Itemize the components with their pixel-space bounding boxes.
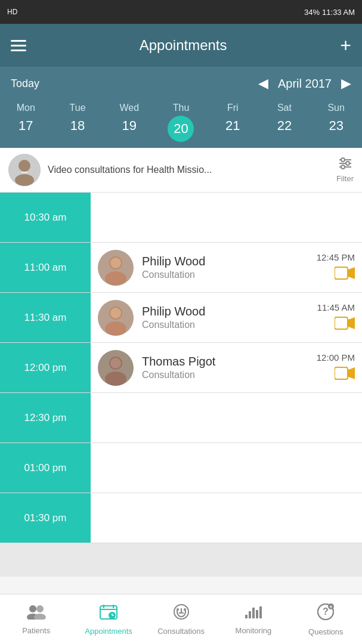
svg-point-28 — [29, 605, 36, 612]
filter-label: Filter — [336, 174, 354, 183]
svg-text:?: ? — [323, 606, 329, 617]
thomas-pigot-avatar — [98, 350, 134, 386]
status-right: 34% 11:33 AM — [304, 8, 355, 17]
doctor-avatar — [8, 154, 41, 186]
day-header-tue: Tue — [52, 103, 104, 116]
current-time: 11:33 AM — [322, 8, 355, 17]
video-camera-icon-2 — [335, 316, 355, 333]
questions-icon: ? + — [317, 603, 335, 625]
timeslot-1300: 01:00 pm — [0, 443, 362, 493]
video-camera-icon-3 — [335, 366, 355, 383]
philip-wood-info-1: Philip Wood Consultation — [142, 255, 308, 280]
prev-month-button[interactable]: ◀ — [258, 76, 268, 91]
svg-rect-3 — [21, 172, 27, 173]
thomas-pigot-name: Thomas Pigot — [142, 355, 308, 369]
status-network: HD — [7, 8, 17, 16]
nav-appointments-label: Appointments — [85, 627, 132, 636]
nav-questions-label: Questions — [308, 627, 344, 636]
time-1200: 12:00 pm — [0, 343, 91, 392]
day-header-sun: Sun — [310, 103, 362, 116]
slot-1230-content — [91, 393, 362, 442]
add-appointment-button[interactable]: + — [340, 36, 351, 55]
time-1230: 12:30 pm — [0, 393, 91, 442]
svg-point-7 — [341, 158, 345, 162]
svg-point-19 — [110, 308, 121, 318]
today-button[interactable]: Today — [11, 78, 39, 90]
appointments-icon — [99, 603, 118, 624]
thomas-pigot-info: Thomas Pigot Consultation — [142, 355, 308, 380]
svg-point-29 — [36, 605, 44, 612]
timeslot-1030: 10:30 am — [0, 193, 362, 243]
philip-wood-avatar-1 — [98, 250, 134, 286]
svg-rect-45 — [245, 615, 247, 618]
svg-point-44 — [177, 608, 179, 611]
svg-rect-46 — [249, 611, 251, 618]
slot-1030-content — [91, 193, 362, 242]
schedule: 10:30 am 11:00 am Philip Wood Consultati… — [0, 193, 362, 577]
app-header: Appointments + — [0, 24, 362, 67]
slot-1130-time: 11:45 AM — [317, 302, 355, 312]
monitoring-icon — [244, 604, 263, 624]
filter-button[interactable]: Filter — [336, 157, 354, 183]
menu-button[interactable] — [11, 40, 26, 51]
svg-point-2 — [15, 174, 34, 186]
date-21[interactable]: 21 — [207, 116, 259, 142]
nav-patients[interactable]: Patients — [0, 595, 72, 644]
nav-monitoring[interactable]: Monitoring — [217, 595, 289, 644]
video-consultations-banner: Video consultations for Health Missio...… — [0, 148, 362, 193]
thomas-pigot-type: Consultation — [142, 370, 308, 380]
status-bar: HD 34% 11:33 AM — [0, 0, 362, 24]
slot-1100-content: Philip Wood Consultation 12:45 PM — [91, 243, 362, 292]
date-18[interactable]: 18 — [52, 116, 104, 142]
timeslot-1200[interactable]: 12:00 pm Thomas Pigot Consultation 12:00… — [0, 343, 362, 393]
slot-1330-content — [91, 493, 362, 543]
svg-rect-20 — [335, 317, 348, 329]
timeslot-1130[interactable]: 11:30 am Philip Wood Consultation 11:45 … — [0, 293, 362, 343]
svg-marker-27 — [348, 367, 355, 379]
next-month-button[interactable]: ▶ — [341, 76, 351, 91]
month-year-label: April 2017 — [278, 77, 332, 91]
video-camera-icon-1 — [335, 266, 355, 283]
slot-1300-content — [91, 443, 362, 493]
slot-1200-time: 12:00 PM — [317, 352, 355, 363]
svg-point-1 — [18, 160, 30, 172]
date-22[interactable]: 22 — [259, 116, 311, 142]
day-numbers: 17 18 19 20 21 22 23 — [0, 116, 362, 148]
philip-wood-name-2: Philip Wood — [142, 305, 309, 318]
date-19[interactable]: 19 — [103, 116, 155, 142]
date-17[interactable]: 17 — [0, 116, 52, 142]
nav-consultations[interactable]: Consultations — [145, 595, 217, 644]
day-header-mon: Mon — [0, 103, 52, 116]
svg-rect-49 — [259, 606, 262, 618]
slot-1100-right: 12:45 PM — [317, 252, 355, 283]
slot-1130-right: 11:45 AM — [317, 302, 355, 333]
nav-appointments[interactable]: Appointments — [72, 595, 144, 644]
month-navigation: Today ◀ April 2017 ▶ — [0, 67, 362, 100]
day-header-fri: Fri — [207, 103, 259, 116]
philip-wood-info-2: Philip Wood Consultation — [142, 305, 309, 330]
slot-1200-right: 12:00 PM — [317, 352, 355, 383]
nav-patients-label: Patients — [22, 626, 50, 635]
philip-wood-avatar-2 — [98, 300, 134, 336]
date-20-selected[interactable]: 20 — [168, 116, 194, 142]
nav-questions[interactable]: ? + Questions — [290, 595, 362, 644]
timeslot-1100[interactable]: 11:00 am Philip Wood Consultation 12:45 … — [0, 243, 362, 293]
nav-consultations-label: Consultations — [157, 627, 205, 636]
time-1330: 01:30 pm — [0, 493, 91, 543]
day-header-sat: Sat — [259, 103, 311, 116]
svg-rect-26 — [335, 367, 348, 379]
day-headers: Mon Tue Wed Thu Fri Sat Sun — [0, 100, 362, 116]
page-title: Appointments — [140, 37, 227, 54]
svg-point-25 — [110, 358, 121, 369]
date-23[interactable]: 23 — [310, 116, 362, 142]
timeslot-1230: 12:30 pm — [0, 393, 362, 443]
svg-rect-14 — [335, 267, 348, 279]
svg-rect-47 — [252, 608, 255, 618]
philip-wood-type-1: Consultation — [142, 270, 308, 280]
svg-point-9 — [341, 165, 345, 169]
filter-icon — [338, 157, 352, 173]
slot-1200-content: Thomas Pigot Consultation 12:00 PM — [91, 343, 362, 392]
time-1030: 10:30 am — [0, 193, 91, 242]
nav-monitoring-label: Monitoring — [236, 626, 272, 635]
time-1100: 11:00 am — [0, 243, 91, 292]
